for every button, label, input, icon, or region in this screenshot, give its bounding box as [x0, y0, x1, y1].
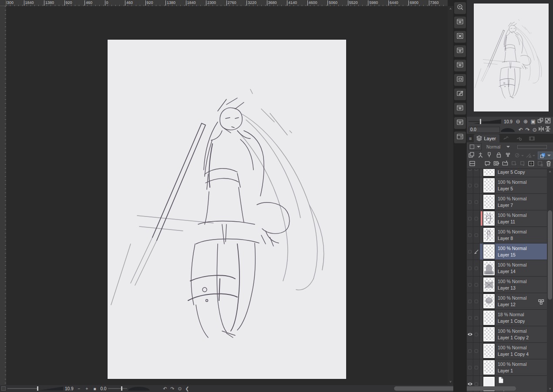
layer-name[interactable]: Layer 5 Copy: [498, 169, 527, 176]
navigator-rotation-input[interactable]: 0.0: [469, 127, 500, 133]
edit-state-placeholder[interactable]: [475, 184, 478, 187]
layer-edit-state-cell[interactable]: [473, 194, 480, 210]
enable-mask-icon[interactable]: [503, 152, 513, 160]
layer-edit-state-cell[interactable]: [473, 293, 480, 309]
tab-layer[interactable]: Layer: [474, 134, 499, 142]
layer-row-layer-1[interactable]: 100 % NormalLayer 1: [467, 359, 547, 376]
navigator-reset-rotation-icon[interactable]: ⊙: [531, 126, 538, 133]
visibility-placeholder[interactable]: [468, 349, 472, 353]
navigator-rotate-cw-icon[interactable]: ↷: [524, 126, 531, 133]
layer-edit-state-cell[interactable]: [473, 260, 480, 276]
ruler-range-combo[interactable]: [514, 152, 524, 159]
navigator-fit-icon[interactable]: ▣: [529, 118, 537, 125]
clip-at-layer-below-icon[interactable]: [467, 152, 476, 160]
layer-thumbnail[interactable]: [483, 195, 495, 209]
navigator-thumbnail[interactable]: [474, 3, 549, 112]
visibility-placeholder[interactable]: [468, 300, 472, 303]
navigator-tile-icon[interactable]: [537, 118, 544, 125]
edit-state-placeholder[interactable]: [475, 316, 478, 320]
edit-state-placeholder[interactable]: [475, 349, 478, 353]
panel-grid-icon-5-button[interactable]: [454, 117, 466, 129]
edit-state-placeholder[interactable]: [475, 366, 478, 369]
scroll-up-icon[interactable]: ˄: [547, 170, 553, 174]
layer-row-layer-1-copy-4[interactable]: 100 % NormalLayer 1 Copy 4: [467, 343, 547, 359]
layer-name[interactable]: Layer 1 Copy: [498, 318, 525, 324]
layer-name[interactable]: Layer 7: [498, 202, 527, 209]
collapse-controls-icon[interactable]: ❮: [183, 386, 191, 392]
scroll-down-icon[interactable]: ˅: [547, 387, 553, 391]
navigator-expand-icon[interactable]: [544, 118, 552, 125]
blend-mode-select[interactable]: Normal: [485, 143, 511, 150]
layer-edit-state-cell[interactable]: [473, 177, 480, 193]
layer-visibility-cell[interactable]: [467, 177, 473, 193]
combine-to-lower-layer-icon[interactable]: [518, 160, 527, 169]
layer-name[interactable]: Layer 15: [498, 252, 527, 258]
layer-name[interactable]: Layer 14: [498, 268, 527, 275]
fit-to-screen-button[interactable]: ■: [91, 386, 98, 391]
layer-visibility-cell[interactable]: [467, 326, 473, 342]
layer-row-layer-13[interactable]: 100 % NormalLayer 13: [467, 277, 547, 293]
layer-visibility-cell[interactable]: [467, 359, 473, 375]
layer-name[interactable]: Layer 1: [498, 368, 527, 374]
zoom-out-button[interactable]: −: [75, 386, 83, 391]
layer-thumbnail[interactable]: [483, 360, 495, 375]
zoom-in-button[interactable]: +: [83, 386, 91, 391]
layer-color-combo[interactable]: [538, 152, 553, 159]
lock-pen-icon[interactable]: [485, 152, 494, 160]
create-layer-mask-icon[interactable]: [527, 160, 536, 169]
apply-mask-icon[interactable]: [536, 160, 544, 169]
edit-state-placeholder[interactable]: [475, 217, 478, 220]
opacity-slider[interactable]: [517, 145, 547, 149]
new-raster-layer-icon[interactable]: [483, 160, 492, 169]
new-layer-folder-icon[interactable]: [501, 160, 509, 169]
layer-edit-state-cell[interactable]: [473, 310, 480, 326]
layer-name[interactable]: Layer 13: [498, 285, 527, 291]
layer-reference-icon[interactable]: [538, 298, 544, 306]
layer-palette-color-tag[interactable]: [481, 211, 482, 226]
visibility-placeholder[interactable]: [468, 200, 472, 204]
visibility-eye-icon[interactable]: [467, 382, 473, 386]
panel-grid-icon-3-button[interactable]: [454, 60, 466, 71]
layer-row-layer-15[interactable]: 100 % NormalLayer 15: [467, 243, 547, 260]
panel-grid-icon-2-button[interactable]: [454, 45, 466, 57]
layer-row-layer-14[interactable]: 100 % NormalLayer 14: [467, 260, 547, 277]
canvas-area[interactable]: [6, 6, 448, 385]
panel-grid-icon-4-button[interactable]: [454, 103, 466, 115]
layer-edit-state-cell[interactable]: [473, 210, 480, 226]
rotation-wedge[interactable]: [128, 387, 150, 391]
layer-row-layer-7[interactable]: 100 % NormalLayer 7: [467, 194, 547, 210]
reset-rotation-icon[interactable]: ⊙: [176, 386, 183, 392]
edit-state-placeholder[interactable]: [475, 382, 478, 386]
layer-thumbnail[interactable]: [483, 294, 495, 308]
navigator-flip-vertical-icon[interactable]: [545, 126, 551, 134]
visibility-placeholder[interactable]: [468, 316, 472, 320]
layer-visibility-cell[interactable]: [467, 343, 473, 359]
canvas-page[interactable]: [108, 40, 346, 379]
layer-visibility-cell[interactable]: [467, 277, 473, 293]
visibility-placeholder[interactable]: [468, 169, 472, 171]
layer-name[interactable]: Layer 1 Copy 2: [498, 335, 529, 341]
tab-layer-property[interactable]: [499, 134, 513, 142]
lock-transparent-pixel-icon[interactable]: [476, 152, 485, 160]
visibility-placeholder[interactable]: [468, 184, 472, 187]
layer-name[interactable]: Layer 11: [498, 219, 527, 225]
layer-visibility-cell[interactable]: [467, 243, 473, 260]
transfer-to-lower-layer-icon[interactable]: [509, 160, 518, 169]
visibility-placeholder[interactable]: [468, 250, 472, 253]
edit-state-placeholder[interactable]: [475, 283, 478, 287]
layer-row-layer-5-copy[interactable]: 100 % NormalLayer 5 Copy: [467, 169, 547, 177]
panel-subwindow-icon-button[interactable]: [454, 74, 466, 86]
rotate-ccw-icon[interactable]: ↶: [161, 386, 169, 392]
layer-edit-state-cell[interactable]: [473, 227, 480, 243]
rotate-cw-icon[interactable]: ↷: [169, 386, 176, 392]
layer-thumbnail[interactable]: [483, 169, 495, 176]
zoom-slider[interactable]: [7, 386, 38, 391]
navigator-zoom-in-icon[interactable]: ⊕: [522, 118, 529, 125]
change-palette-layout-icon[interactable]: [468, 160, 476, 168]
visibility-placeholder[interactable]: [468, 283, 472, 287]
layer-visibility-cell[interactable]: [467, 194, 473, 210]
layer-thumbnail[interactable]: [483, 211, 495, 226]
layer-thumbnail[interactable]: [483, 261, 495, 275]
layer-scroll-thumb[interactable]: [548, 210, 552, 300]
statusbar-corner-button[interactable]: [1, 386, 6, 391]
